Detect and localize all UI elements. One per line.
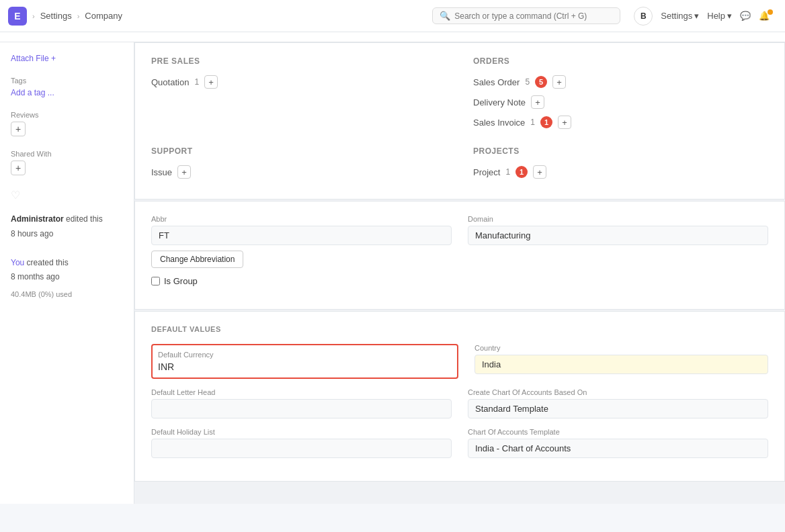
attach-file-section: Attach File + [11, 53, 123, 63]
tags-section: Tags Add a tag ... [11, 77, 123, 97]
sales-invoice-count: 1 [530, 118, 535, 127]
is-group-label: Is Group [164, 276, 198, 286]
connections-section: Pre Sales Quotation 1 + Orders Sales Ord… [134, 42, 785, 200]
sales-order-row: Sales Order 5 5 + [473, 75, 768, 89]
create-chart-label: Create Chart Of Accounts Based On [468, 388, 768, 396]
edited-by: Administrator [11, 214, 64, 224]
settings-chevron-icon: ▾ [694, 11, 699, 21]
help-btn[interactable]: Help ▾ [707, 11, 732, 21]
chart-accounts-input[interactable] [468, 439, 768, 458]
quotation-row: Quotation 1 + [151, 75, 446, 89]
default-currency-label: Default Currency [158, 351, 452, 359]
add-issue-btn[interactable]: + [177, 165, 191, 179]
default-currency-group: Default Currency [151, 344, 458, 379]
support-col: Support Issue + [151, 146, 446, 185]
quotation-link[interactable]: Quotation [151, 77, 189, 87]
default-currency-input[interactable] [158, 361, 452, 372]
navbar-right: B Settings ▾ Help ▾ 💬 🔔 [634, 7, 777, 26]
sales-invoice-badge: 1 [540, 116, 552, 128]
orders-col: Orders Sales Order 5 5 + Delivery Note +… [473, 56, 768, 136]
holiday-list-group: Default Holiday List [151, 428, 452, 458]
delivery-note-link[interactable]: Delivery Note [473, 97, 526, 107]
pre-sales-heading: Pre Sales [151, 56, 446, 66]
notification-dot [768, 9, 773, 15]
shared-section: Shared With + [11, 150, 123, 175]
search-bar[interactable]: 🔍 [432, 7, 620, 24]
letter-head-label: Default Letter Head [151, 388, 452, 396]
add-tag-btn[interactable]: Add a tag ... [11, 88, 54, 97]
sidebar-meta: Administrator edited this 8 hours ago Yo… [11, 212, 123, 285]
domain-group: Domain [468, 215, 768, 286]
sales-order-link[interactable]: Sales Order [473, 77, 520, 87]
add-review-btn[interactable]: + [11, 122, 26, 136]
default-values-title: DEFAULT VALUES [151, 325, 768, 333]
currency-country-row: Default Currency Country [151, 344, 768, 379]
app-icon[interactable]: E [8, 7, 27, 26]
holiday-list-input[interactable] [151, 439, 452, 458]
abbr-domain-section: Abbr Change Abbreviation Is Group Domain [134, 201, 785, 310]
search-input[interactable] [454, 11, 613, 21]
add-project-btn[interactable]: + [533, 165, 546, 179]
add-delivery-note-btn[interactable]: + [531, 95, 544, 109]
created-by[interactable]: You [11, 258, 24, 267]
user-avatar[interactable]: B [634, 7, 653, 26]
letter-head-chart-row: Default Letter Head Create Chart Of Acco… [151, 388, 768, 418]
issue-row: Issue + [151, 165, 446, 179]
main-layout: Attach File + Tags Add a tag ... Reviews… [0, 42, 785, 504]
create-chart-input[interactable] [468, 399, 768, 418]
is-group-checkbox[interactable] [151, 277, 160, 285]
country-input[interactable] [474, 355, 768, 374]
breadcrumb-settings[interactable]: Settings [40, 11, 72, 21]
attach-file-btn[interactable]: Attach File + [11, 54, 56, 63]
abbr-label: Abbr [151, 215, 452, 223]
quotation-count: 1 [194, 77, 199, 87]
country-group: Country [474, 344, 768, 379]
issue-link[interactable]: Issue [151, 167, 172, 177]
help-chevron-icon: ▾ [727, 11, 732, 21]
sales-order-count: 5 [525, 77, 530, 87]
delivery-note-row: Delivery Note + [473, 95, 768, 109]
default-values-section: DEFAULT VALUES Default Currency Country … [134, 311, 785, 482]
sales-invoice-row: Sales Invoice 1 1 + [473, 116, 768, 129]
letter-head-group: Default Letter Head [151, 388, 452, 418]
holiday-list-label: Default Holiday List [151, 428, 452, 436]
breadcrumb-company[interactable]: Company [85, 11, 122, 21]
edited-time: 8 hours ago [11, 227, 123, 242]
chart-accounts-group: Chart Of Accounts Template [468, 428, 768, 458]
country-label: Country [474, 344, 768, 352]
holiday-chart-accounts-row: Default Holiday List Chart Of Accounts T… [151, 428, 768, 458]
project-count: 1 [505, 167, 510, 177]
heart-icon[interactable]: ♡ [11, 189, 123, 202]
project-link[interactable]: Project [473, 167, 500, 177]
chart-accounts-label: Chart Of Accounts Template [468, 428, 768, 436]
content-area: Pre Sales Quotation 1 + Orders Sales Ord… [134, 42, 785, 504]
reviews-section: Reviews + [11, 111, 123, 136]
change-abbreviation-btn[interactable]: Change Abbreviation [151, 251, 243, 268]
notification-btn[interactable]: 🔔 [759, 11, 777, 21]
add-quotation-btn[interactable]: + [204, 75, 218, 89]
add-shared-btn[interactable]: + [11, 161, 26, 175]
settings-btn[interactable]: Settings ▾ [661, 11, 699, 21]
search-icon: 🔍 [440, 11, 450, 21]
projects-heading: Projects [473, 146, 768, 156]
create-chart-group: Create Chart Of Accounts Based On [468, 388, 768, 418]
abbr-input[interactable] [151, 226, 452, 245]
breadcrumb-chevron-1: › [32, 12, 35, 20]
tags-label: Tags [11, 77, 123, 85]
add-sales-order-btn[interactable]: + [552, 75, 566, 89]
connections-row: Pre Sales Quotation 1 + Orders Sales Ord… [151, 56, 768, 136]
is-group-row: Is Group [151, 276, 452, 286]
projects-col: Projects Project 1 1 + [473, 146, 768, 185]
domain-input[interactable] [468, 226, 768, 245]
add-sales-invoice-btn[interactable]: + [558, 116, 571, 129]
domain-label: Domain [468, 215, 768, 223]
shared-label: Shared With [11, 150, 123, 158]
support-heading: Support [151, 146, 446, 156]
chat-btn[interactable]: 💬 [740, 11, 751, 21]
letter-head-input[interactable] [151, 399, 452, 418]
breadcrumb-chevron-2: › [77, 12, 80, 20]
project-badge: 1 [515, 166, 528, 178]
sales-invoice-link[interactable]: Sales Invoice [473, 118, 525, 128]
abbr-domain-row: Abbr Change Abbreviation Is Group Domain [151, 215, 768, 286]
navbar: E › Settings › Company 🔍 B Settings ▾ He… [0, 0, 785, 32]
